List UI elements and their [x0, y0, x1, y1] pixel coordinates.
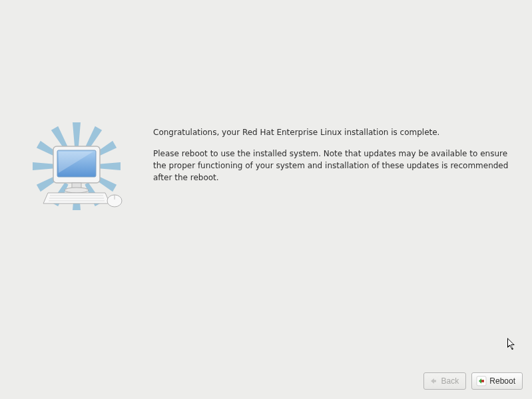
back-button: Back [423, 372, 467, 390]
arrow-left-icon [428, 376, 439, 386]
installation-complete-illustration [20, 120, 133, 219]
congratulations-message: Congratulations, your Red Hat Enterprise… [153, 126, 512, 138]
svg-marker-0 [73, 122, 81, 146]
reboot-button[interactable]: Reboot [471, 372, 523, 390]
computer-monitor-icon [20, 120, 133, 219]
main-content: Congratulations, your Red Hat Enterprise… [20, 120, 512, 219]
message-text: Congratulations, your Red Hat Enterprise… [133, 120, 512, 193]
back-button-label: Back [441, 376, 459, 386]
svg-point-15 [65, 188, 89, 193]
mouse-cursor-icon [507, 338, 517, 351]
reboot-button-label: Reboot [489, 376, 515, 386]
reboot-instructions: Please reboot to use the installed syste… [153, 148, 512, 184]
reboot-icon [476, 376, 487, 386]
button-bar: Back Reboot [423, 372, 523, 390]
